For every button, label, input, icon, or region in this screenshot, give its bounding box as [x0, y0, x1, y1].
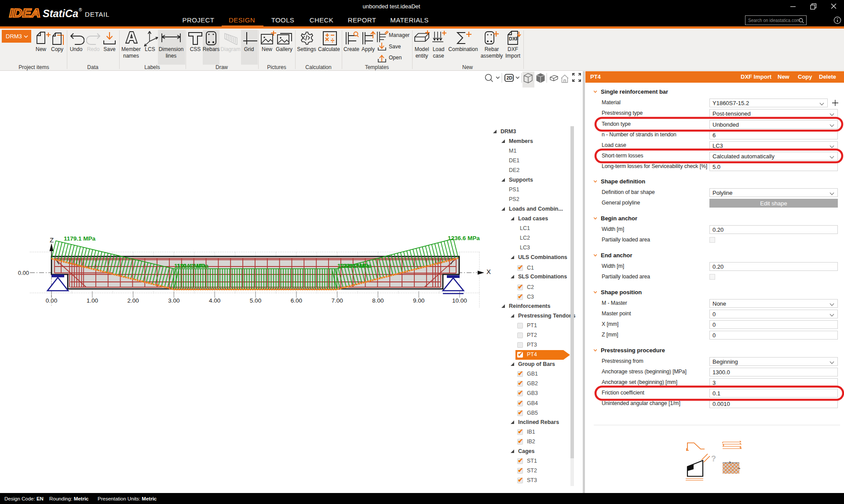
svg-text:10.00: 10.00 [452, 297, 467, 304]
svg-text:2.00: 2.00 [127, 297, 139, 304]
svg-text:IDEA: IDEA [9, 7, 40, 20]
svg-text:X: X [486, 268, 491, 275]
svg-text:®: ® [79, 7, 82, 12]
svg-text:1223.2 MPa: 1223.2 MPa [340, 263, 372, 269]
svg-text:Z: Z [50, 236, 54, 244]
svg-text:1236.6 MPa: 1236.6 MPa [448, 235, 480, 241]
svg-text:DETAIL: DETAIL [85, 11, 110, 18]
svg-text:3.00: 3.00 [168, 297, 179, 304]
svg-text:1194.1 MPa: 1194.1 MPa [177, 263, 209, 269]
svg-text:1.00: 1.00 [87, 297, 98, 304]
svg-text:DXF: DXF [509, 36, 519, 41]
svg-text:0.00: 0.00 [18, 270, 29, 276]
svg-text:7.00: 7.00 [331, 297, 343, 304]
svg-text:4.00: 4.00 [209, 297, 220, 304]
svg-text:9.00: 9.00 [413, 297, 424, 304]
svg-text:8.00: 8.00 [372, 297, 384, 304]
svg-text:1179.1 MPa: 1179.1 MPa [64, 235, 96, 242]
svg-text:6.00: 6.00 [291, 297, 302, 304]
svg-text:5.00: 5.00 [250, 297, 261, 304]
svg-text:StatiCa: StatiCa [43, 8, 78, 19]
svg-text:2D: 2D [507, 75, 513, 80]
